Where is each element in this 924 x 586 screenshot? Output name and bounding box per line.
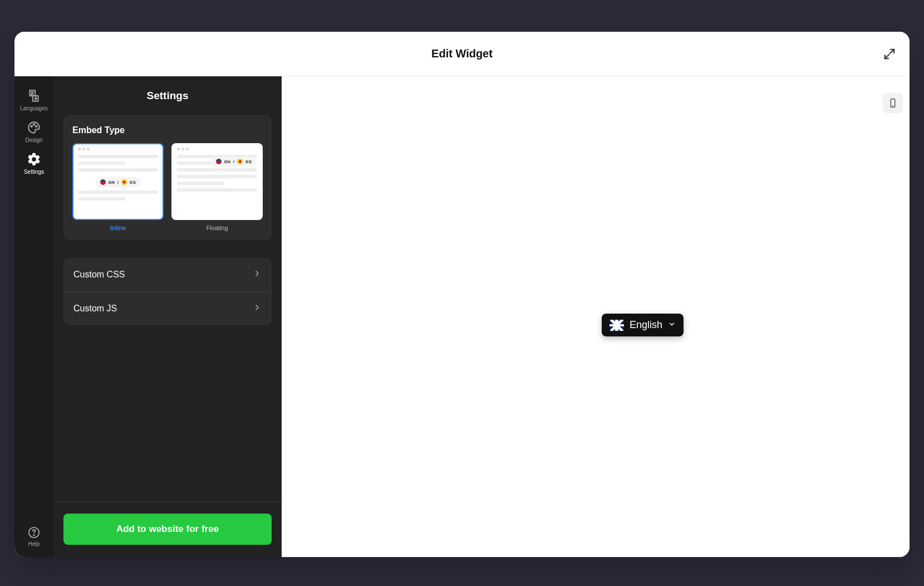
- mobile-preview-toggle[interactable]: [883, 93, 903, 113]
- translate-icon: [27, 89, 41, 103]
- sidebar-item-languages[interactable]: Languages: [14, 83, 53, 115]
- chevron-right-icon: [253, 303, 262, 314]
- sidebar-item-label: Languages: [20, 105, 48, 111]
- sidebar-item-help[interactable]: Help: [14, 526, 53, 547]
- palette-icon: [27, 120, 41, 135]
- row-label: Custom JS: [73, 304, 117, 314]
- embed-options: EN / ES Inline: [72, 143, 263, 231]
- chevron-right-icon: [253, 269, 262, 280]
- expand-button[interactable]: [882, 46, 897, 62]
- flag-es-icon: [121, 179, 127, 185]
- embed-type-title: Embed Type: [72, 125, 263, 135]
- sidebar-item-label: Settings: [24, 169, 44, 175]
- embed-option-label: Inline: [110, 224, 126, 231]
- expand-icon: [883, 48, 896, 60]
- settings-heading: Settings: [63, 90, 272, 102]
- pill-en: EN: [224, 159, 230, 164]
- embed-option-floating[interactable]: EN / ES: [171, 143, 263, 231]
- embed-thumb-inline: EN / ES: [72, 143, 164, 220]
- flag-us-icon: [100, 179, 106, 185]
- flag-es-icon: [237, 159, 243, 164]
- chevron-down-icon: [668, 319, 676, 331]
- embed-type-card: Embed Type EN /: [63, 115, 272, 240]
- row-custom-js[interactable]: Custom JS: [63, 291, 272, 325]
- embed-thumb-floating: EN / ES: [171, 143, 263, 220]
- language-selector-widget[interactable]: English: [602, 314, 684, 336]
- svg-point-2: [36, 126, 37, 128]
- pill-en: EN: [109, 180, 115, 185]
- modal-body: Languages Design Settings Help: [14, 76, 910, 557]
- add-to-website-button[interactable]: Add to website for free: [63, 514, 272, 545]
- row-label: Custom CSS: [73, 270, 125, 280]
- pill-sep: /: [233, 159, 234, 164]
- embed-option-inline[interactable]: EN / ES Inline: [72, 143, 164, 231]
- settings-scroll: Settings Embed Type: [53, 76, 282, 502]
- pill-sep: /: [117, 180, 119, 185]
- edit-widget-modal: Edit Widget Languages Design: [14, 32, 910, 557]
- svg-point-0: [31, 126, 32, 128]
- sidebar-item-label: Help: [28, 541, 40, 547]
- settings-list: Custom CSS Custom JS: [63, 258, 272, 325]
- mini-sidebar: Languages Design Settings Help: [14, 76, 53, 557]
- sidebar-item-label: Design: [25, 137, 42, 143]
- svg-point-1: [33, 124, 35, 125]
- sidebar-item-design[interactable]: Design: [14, 115, 53, 146]
- sidebar-item-settings[interactable]: Settings: [14, 146, 53, 178]
- settings-panel: Settings Embed Type: [53, 76, 282, 557]
- row-custom-css[interactable]: Custom CSS: [63, 258, 272, 291]
- preview-area: English: [282, 76, 910, 557]
- help-icon: [28, 526, 40, 539]
- settings-footer: Add to website for free: [53, 502, 282, 557]
- gear-icon: [27, 152, 41, 167]
- pill-es: ES: [245, 159, 252, 164]
- modal-title: Edit Widget: [431, 47, 493, 60]
- flag-us-icon: [216, 159, 222, 164]
- pill-es: ES: [130, 180, 136, 185]
- language-label: English: [630, 319, 662, 331]
- mobile-icon: [888, 96, 898, 110]
- svg-point-4: [33, 535, 34, 535]
- flag-uk-icon: [610, 320, 624, 331]
- modal-header: Edit Widget: [14, 32, 910, 76]
- embed-option-label: Floating: [206, 224, 228, 231]
